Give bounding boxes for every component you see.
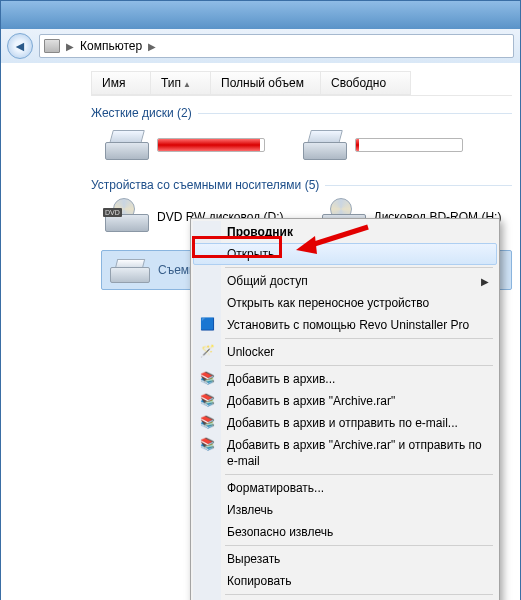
computer-icon (44, 39, 60, 53)
column-header-total[interactable]: Полный объем (211, 71, 321, 95)
group-removable[interactable]: Устройства со съемными носителями (5) (91, 178, 512, 192)
ctx-unlocker[interactable]: 🪄 Unlocker (193, 341, 497, 363)
dvd-drive-icon: DVD (105, 202, 149, 232)
ctx-label: Общий доступ (227, 274, 308, 288)
column-header-type-label: Тип (161, 76, 181, 90)
ctx-label: Вырезать (227, 552, 280, 566)
hdd-row (101, 126, 512, 164)
usage-fill (158, 139, 260, 151)
ctx-label: Unlocker (227, 345, 274, 359)
drive-hdd-1[interactable] (101, 126, 269, 164)
usage-fill (356, 139, 359, 151)
ctx-format[interactable]: Форматировать... (193, 477, 497, 499)
ctx-cut[interactable]: Вырезать (193, 548, 497, 570)
winrar-icon: 📚 (199, 414, 215, 430)
column-header-free[interactable]: Свободно (321, 71, 411, 95)
ctx-label: Безопасно извлечь (227, 525, 333, 539)
breadcrumb-segment[interactable]: Компьютер (80, 39, 142, 53)
ctx-revo[interactable]: 🟦 Установить с помощью Revo Uninstaller … (193, 314, 497, 336)
ctx-separator (225, 545, 493, 546)
ctx-safe-eject[interactable]: Безопасно извлечь (193, 521, 497, 543)
ctx-label: Копировать (227, 574, 292, 588)
winrar-icon: 📚 (199, 370, 215, 386)
hdd-icon (303, 130, 347, 160)
ctx-separator (225, 267, 493, 268)
winrar-icon: 📚 (199, 392, 215, 408)
window-titlebar[interactable] (1, 1, 520, 29)
submenu-arrow-icon: ▶ (481, 274, 489, 290)
ctx-label: Открыть (227, 247, 274, 261)
drive-hdd-2[interactable] (299, 126, 467, 164)
ctx-label: Установить с помощью Revo Uninstaller Pr… (227, 318, 469, 332)
column-headers: Имя Тип▲ Полный объем Свободно (91, 71, 512, 96)
ctx-open-portable[interactable]: Открыть как переносное устройство (193, 292, 497, 314)
ctx-add-archive[interactable]: 📚 Добавить в архив... (193, 368, 497, 390)
ctx-label: Добавить в архив "Archive.rar" (227, 394, 395, 408)
ctx-add-archive-rar[interactable]: 📚 Добавить в архив "Archive.rar" (193, 390, 497, 412)
column-header-name[interactable]: Имя (91, 71, 151, 95)
ctx-label: Открыть как переносное устройство (227, 296, 429, 310)
address-bar[interactable]: ▶ Компьютер ▶ (39, 34, 514, 58)
group-hdd-label: Жесткие диски (2) (91, 106, 192, 120)
breadcrumb-arrow-icon: ▶ (66, 41, 74, 52)
group-removable-label: Устройства со съемными носителями (5) (91, 178, 319, 192)
breadcrumb-arrow-icon: ▶ (148, 41, 156, 52)
winrar-icon: 📚 (199, 436, 215, 452)
ctx-separator (225, 365, 493, 366)
ctx-separator (225, 594, 493, 595)
usage-bar (157, 138, 265, 152)
hdd-icon (105, 130, 149, 160)
dvd-badge: DVD (103, 208, 122, 217)
ctx-label: Добавить в архив "Archive.rar" и отправи… (227, 438, 482, 468)
ctx-eject[interactable]: Извлечь (193, 499, 497, 521)
ctx-share[interactable]: Общий доступ ▶ (193, 270, 497, 292)
ctx-separator (225, 338, 493, 339)
context-menu: Проводник Открыть Общий доступ ▶ Открыть… (190, 218, 500, 600)
ctx-label: Извлечь (227, 503, 273, 517)
group-hard-drives[interactable]: Жесткие диски (2) (91, 106, 512, 120)
ctx-add-email[interactable]: 📚 Добавить в архив и отправить по e-mail… (193, 412, 497, 434)
usage-bar (355, 138, 463, 152)
ctx-add-rar-email[interactable]: 📚 Добавить в архив "Archive.rar" и отпра… (193, 434, 497, 472)
ctx-label: Проводник (227, 225, 293, 239)
nav-back-button[interactable]: ◄ (7, 33, 33, 59)
ctx-explorer[interactable]: Проводник (193, 221, 497, 243)
ctx-copy[interactable]: Копировать (193, 570, 497, 592)
ctx-label: Добавить в архив... (227, 372, 335, 386)
ctx-open[interactable]: Открыть (193, 243, 497, 265)
removable-drive-icon (110, 257, 150, 283)
revo-icon: 🟦 (199, 316, 215, 332)
unlocker-icon: 🪄 (199, 343, 215, 359)
ctx-label: Форматировать... (227, 481, 324, 495)
ctx-label: Добавить в архив и отправить по e-mail..… (227, 416, 458, 430)
sort-asc-icon: ▲ (183, 80, 191, 89)
ctx-separator (225, 474, 493, 475)
column-header-type[interactable]: Тип▲ (151, 71, 211, 95)
address-bar-row: ◄ ▶ Компьютер ▶ (1, 29, 520, 63)
